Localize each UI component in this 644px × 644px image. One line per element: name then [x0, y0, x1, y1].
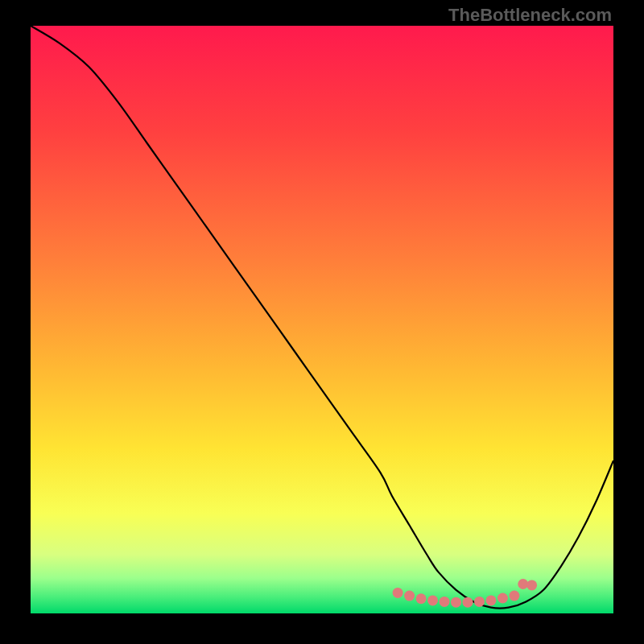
highlight-marker: [451, 597, 461, 608]
highlight-marker: [474, 597, 485, 607]
highlight-marker: [485, 595, 496, 605]
highlight-marker: [393, 588, 403, 598]
highlight-marker: [404, 591, 415, 601]
gradient-background: [31, 26, 613, 613]
highlight-marker: [440, 597, 450, 607]
watermark-text: TheBottleneck.com: [448, 5, 612, 26]
highlight-marker: [509, 591, 519, 601]
highlight-marker: [497, 593, 508, 604]
highlight-marker: [427, 595, 438, 605]
highlight-marker: [463, 597, 473, 608]
chart-svg: [31, 26, 613, 613]
chart-container: TheBottleneck.com: [0, 0, 644, 644]
plot-area: [31, 26, 613, 613]
highlight-marker: [526, 580, 537, 590]
highlight-marker: [416, 593, 427, 604]
